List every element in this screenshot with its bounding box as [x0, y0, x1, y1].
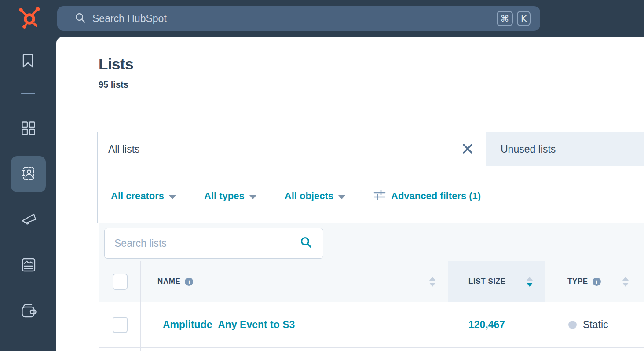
column-header-list-size[interactable]: LIST SIZE	[448, 261, 545, 302]
column-header-type-label: TYPE	[567, 277, 588, 286]
cmd-key: ⌘	[497, 11, 513, 26]
chevron-down-icon	[169, 195, 176, 199]
info-icon[interactable]: i	[593, 278, 601, 286]
filter-bar: All creators All types All objects Advan…	[111, 188, 481, 204]
advanced-filters-button[interactable]: Advanced filters (1)	[373, 189, 481, 203]
sort-down-icon	[429, 283, 435, 287]
tab-unused-lists-label: Unused lists	[501, 143, 556, 155]
search-lists-box[interactable]	[104, 228, 323, 259]
row-select-cell	[99, 302, 140, 348]
row-type-cell: Static	[545, 302, 641, 348]
search-icon	[75, 12, 86, 25]
list-count: 95 lists	[99, 80, 128, 90]
row-checkbox[interactable]	[113, 317, 128, 333]
column-header-list-size-label: LIST SIZE	[468, 277, 509, 286]
sidebar-item-commerce[interactable]	[21, 303, 37, 320]
sort-down-active-icon	[527, 283, 533, 287]
column-header-name-label: NAME	[157, 277, 180, 286]
filter-all-types-label: All types	[204, 190, 245, 202]
shortcut-keys: ⌘ K	[497, 11, 531, 26]
k-key: K	[517, 11, 531, 26]
sort-down-icon	[622, 283, 629, 287]
sort-icons-list-size[interactable]	[527, 277, 533, 287]
column-header-name[interactable]: NAME i	[140, 261, 448, 302]
content-icon	[22, 266, 36, 273]
tab-close-button[interactable]	[460, 142, 475, 157]
static-type-dot-icon	[568, 321, 577, 329]
contacts-icon	[21, 166, 36, 183]
sort-up-icon	[429, 277, 435, 281]
chevron-down-icon	[249, 195, 256, 199]
select-all-cell	[99, 261, 140, 302]
search-lists-input[interactable]	[114, 238, 300, 249]
tab-unused-lists[interactable]: Unused lists	[486, 132, 644, 166]
partial-row-cell	[545, 348, 641, 351]
filter-all-creators[interactable]: All creators	[111, 190, 176, 202]
hubspot-logo-icon[interactable]	[14, 5, 41, 33]
sort-up-icon	[527, 277, 533, 281]
sort-icons-type[interactable]	[622, 277, 629, 287]
info-icon[interactable]: i	[185, 278, 193, 286]
filter-all-objects[interactable]: All objects	[285, 190, 345, 202]
sliders-icon	[373, 189, 386, 203]
tab-all-lists[interactable]: All lists	[108, 132, 140, 166]
partial-row-cell	[641, 348, 644, 351]
global-search-bar[interactable]: ⌘ K	[57, 6, 540, 31]
bookmark-icon	[22, 62, 34, 69]
row-name-cell: Amplitude_Any Event to S3	[140, 302, 448, 348]
lists-table: NAME i LIST SIZE TYPE i	[99, 261, 644, 351]
sort-icons-name[interactable]	[429, 277, 435, 287]
select-all-checkbox[interactable]	[113, 274, 128, 290]
column-header-type[interactable]: TYPE i	[545, 261, 641, 302]
sort-up-icon	[622, 277, 629, 281]
global-search-input[interactable]	[92, 13, 497, 25]
list-name-link[interactable]: Amplitude_Any Event to S3	[141, 319, 295, 331]
partial-row-cell	[448, 348, 545, 351]
filter-all-objects-label: All objects	[285, 190, 333, 202]
megaphone-icon	[21, 221, 37, 228]
column-header-extra	[641, 261, 644, 302]
sidebar-item-crm-active[interactable]	[11, 156, 46, 192]
search-icon	[300, 236, 312, 250]
header-divider	[56, 113, 644, 113]
partial-row-cell	[99, 348, 140, 351]
row-extra-cell	[641, 302, 644, 348]
sidebar-item-marketing[interactable]	[21, 212, 37, 229]
row-list-size-cell: 120,467	[448, 302, 545, 348]
sidebar-item-workspaces[interactable]	[22, 121, 35, 137]
main-content: Lists 95 lists All lists Unused lists Al…	[56, 37, 644, 351]
page-title: Lists	[99, 55, 133, 73]
type-badge: Static	[583, 319, 608, 331]
close-icon	[461, 143, 474, 157]
wallet-icon	[21, 312, 37, 320]
sidebar-divider	[21, 93, 35, 94]
list-size-value[interactable]: 120,467	[448, 319, 505, 331]
grid-icon	[22, 129, 35, 136]
advanced-filters-label: Advanced filters (1)	[391, 190, 481, 202]
sidebar-item-content[interactable]	[22, 258, 36, 274]
chevron-down-icon	[338, 195, 345, 199]
sidebar-item-bookmarks[interactable]	[22, 54, 34, 70]
partial-row-cell	[140, 348, 448, 351]
filter-all-creators-label: All creators	[111, 190, 164, 202]
filter-all-types[interactable]: All types	[204, 190, 256, 202]
